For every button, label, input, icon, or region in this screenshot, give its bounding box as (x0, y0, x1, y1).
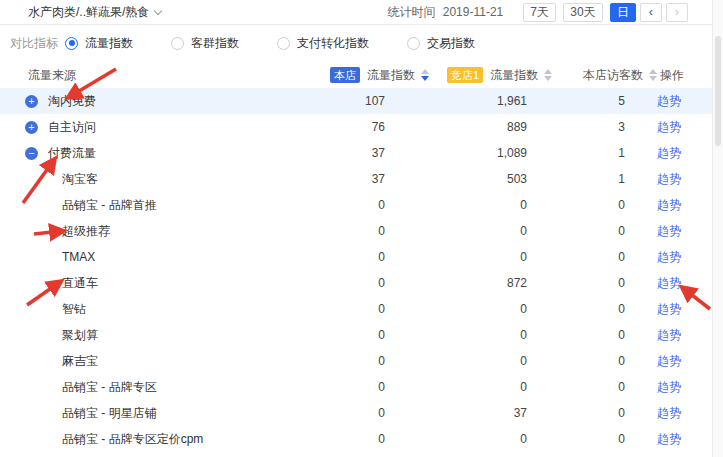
table-row[interactable]: TMAX 0 0 0 趋势 (0, 244, 713, 270)
table-row[interactable]: 超级推荐 0 0 0 趋势 (0, 218, 713, 244)
stat-time-label: 统计时间 (387, 5, 435, 19)
metric-radio-option[interactable]: 交易指数 (407, 35, 475, 52)
date-range-button[interactable]: 30天 (563, 3, 602, 22)
action-cell: 趋势 (625, 93, 713, 110)
table-row[interactable]: 智钻 0 0 0 趋势 (0, 296, 713, 322)
action-cell: 趋势 (625, 197, 713, 214)
collapse-icon[interactable]: − (25, 147, 38, 160)
rival-traffic-index-value: 0 (385, 328, 527, 342)
traffic-source-cell: 超级推荐 (0, 223, 310, 240)
rival-traffic-index-value: 0 (385, 380, 527, 394)
traffic-source-name: 淘内免费 (48, 93, 96, 110)
column-header-rival-index-label: 流量指数 (490, 67, 538, 84)
rival-traffic-index-value: 889 (385, 120, 527, 134)
prev-day-button[interactable]: ‹ (640, 3, 662, 22)
expand-icon[interactable]: + (25, 95, 38, 108)
column-header-rival-index[interactable]: 竞店1 流量指数 (447, 62, 552, 88)
traffic-source-cell: 聚划算 (0, 327, 310, 344)
trend-link[interactable]: 趋势 (657, 224, 681, 238)
column-header-source: 流量来源 (28, 62, 76, 88)
rival-badge: 竞店1 (447, 67, 483, 83)
metric-radio-option[interactable]: 流量指数 (65, 35, 133, 52)
vertical-scrollbar[interactable] (712, 0, 723, 457)
action-cell: 趋势 (625, 379, 713, 396)
column-header-shop-index[interactable]: 本店 流量指数 (330, 62, 429, 88)
date-range-button[interactable]: 7天 (523, 3, 556, 22)
shop-traffic-index-value: 0 (310, 354, 385, 368)
table-row[interactable]: − 付费流量 37 1,089 1 趋势 (0, 140, 713, 166)
radio-icon (171, 37, 184, 50)
column-header-action-label: 操作 (660, 67, 684, 84)
table-row[interactable]: + 淘内免费 107 1,961 5 趋势 (0, 88, 713, 114)
action-cell: 趋势 (625, 275, 713, 292)
action-cell: 趋势 (625, 171, 713, 188)
sort-icon[interactable] (544, 69, 552, 81)
table-row[interactable]: 品销宝 - 品牌专区定价cpm 0 0 0 趋势 (0, 426, 713, 452)
date-range-button[interactable]: 日 (610, 3, 636, 22)
trend-link[interactable]: 趋势 (657, 276, 681, 290)
traffic-source-cell: + 自主访问 (0, 119, 310, 136)
action-cell: 趋势 (625, 249, 713, 266)
traffic-source-name: 智钻 (62, 301, 86, 318)
table-row[interactable]: 直通车 0 872 0 趋势 (0, 270, 713, 296)
rival-traffic-index-value: 872 (385, 276, 527, 290)
sort-icon[interactable] (649, 69, 657, 81)
traffic-source-name: 品销宝 - 品牌专区定价cpm (62, 431, 203, 448)
shop-visitors-value: 3 (527, 120, 625, 134)
metric-radio-option[interactable]: 支付转化指数 (277, 35, 369, 52)
table-row[interactable]: 淘宝客 37 503 1 趋势 (0, 166, 713, 192)
traffic-source-cell: 品销宝 - 明星店铺 (0, 405, 310, 422)
expand-icon[interactable]: + (25, 121, 38, 134)
table-row[interactable]: 品销宝 - 明星店铺 0 37 0 趋势 (0, 400, 713, 426)
action-cell: 趋势 (625, 327, 713, 344)
traffic-source-cell: 麻吉宝 (0, 353, 310, 370)
traffic-source-cell: 品销宝 - 品牌首推 (0, 197, 310, 214)
trend-link[interactable]: 趋势 (657, 198, 681, 212)
trend-link[interactable]: 趋势 (657, 328, 681, 342)
radio-icon (407, 37, 420, 50)
next-day-button[interactable]: › (666, 3, 688, 22)
table-row[interactable]: 品销宝 - 品牌专区 0 0 0 趋势 (0, 374, 713, 400)
trend-link[interactable]: 趋势 (657, 380, 681, 394)
shop-visitors-value: 5 (527, 94, 625, 108)
table-row[interactable]: 聚划算 0 0 0 趋势 (0, 322, 713, 348)
traffic-source-table: + 淘内免费 107 1,961 5 趋势 + 自主访问 76 889 3 趋势… (0, 88, 713, 452)
table-row[interactable]: 麻吉宝 0 0 0 趋势 (0, 348, 713, 374)
shop-visitors-value: 0 (527, 354, 625, 368)
traffic-source-name: 淘宝客 (62, 171, 98, 188)
scrollbar-thumb[interactable] (715, 36, 721, 146)
column-header-shop-index-label: 流量指数 (367, 67, 415, 84)
trend-link[interactable]: 趋势 (657, 94, 681, 108)
category-selector[interactable]: 水产肉类/..鲜蔬果/熟食 (28, 4, 161, 21)
trend-link[interactable]: 趋势 (657, 172, 681, 186)
shop-traffic-index-value: 37 (310, 146, 385, 160)
rival-traffic-index-value: 0 (385, 302, 527, 316)
action-cell: 趋势 (625, 223, 713, 240)
rival-traffic-index-value: 0 (385, 224, 527, 238)
trend-link[interactable]: 趋势 (657, 146, 681, 160)
rival-traffic-index-value: 0 (385, 432, 527, 446)
rival-traffic-index-value: 0 (385, 250, 527, 264)
trend-link[interactable]: 趋势 (657, 120, 681, 134)
trend-link[interactable]: 趋势 (657, 354, 681, 368)
traffic-source-cell: − 付费流量 (0, 145, 310, 162)
column-header-visitors[interactable]: 本店访客数 (583, 62, 657, 88)
table-row[interactable]: 品销宝 - 品牌首推 0 0 0 趋势 (0, 192, 713, 218)
shop-visitors-value: 0 (527, 432, 625, 446)
trend-link[interactable]: 趋势 (657, 250, 681, 264)
trend-link[interactable]: 趋势 (657, 302, 681, 316)
traffic-source-cell: 品销宝 - 品牌专区 (0, 379, 310, 396)
shop-traffic-index-value: 0 (310, 432, 385, 446)
rival-traffic-index-value: 1,089 (385, 146, 527, 160)
trend-link[interactable]: 趋势 (657, 406, 681, 420)
trend-link[interactable]: 趋势 (657, 432, 681, 446)
traffic-source-name: 自主访问 (48, 119, 96, 136)
sort-desc-icon[interactable] (421, 69, 429, 81)
shop-traffic-index-value: 76 (310, 120, 385, 134)
traffic-source-name: 品销宝 - 品牌专区 (62, 379, 157, 396)
table-row[interactable]: + 自主访问 76 889 3 趋势 (0, 114, 713, 140)
action-cell: 趋势 (625, 145, 713, 162)
action-cell: 趋势 (625, 301, 713, 318)
compare-metric-bar: 对比指标 流量指数 客群指数 支付转化指数 交易指数 (0, 27, 475, 59)
metric-radio-option[interactable]: 客群指数 (171, 35, 239, 52)
